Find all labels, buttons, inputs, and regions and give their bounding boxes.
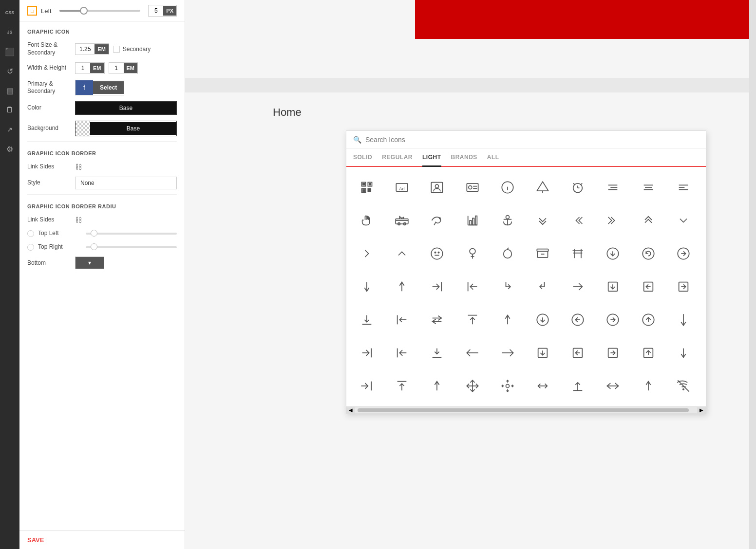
top-left-slider[interactable]	[86, 233, 177, 235]
icon-hand[interactable]	[350, 204, 383, 237]
tab-light[interactable]: LIGHT	[422, 149, 441, 167]
icon-arrows-alt-h[interactable]	[596, 369, 629, 403]
icon-alarm[interactable]	[561, 171, 594, 204]
icon-arrow-right-to-line[interactable]	[350, 336, 383, 369]
style-dropdown[interactable]: None	[75, 177, 177, 189]
icon-arrow-up-from-bracket[interactable]	[385, 369, 418, 403]
icon-arrow-right-from-bracket[interactable]	[420, 270, 454, 303]
select-button[interactable]: Select	[93, 81, 124, 94]
tab-solid[interactable]: SOLID	[353, 149, 372, 167]
icon-chevron-double-left[interactable]	[561, 204, 594, 237]
picker-horizontal-scrollbar[interactable]: ◀ ▶	[346, 406, 706, 413]
icon-archive[interactable]	[526, 237, 559, 270]
icon-arrow-up4[interactable]	[632, 369, 665, 403]
scroll-left-btn[interactable]: ◀	[346, 407, 355, 413]
icon-box-arrow-down[interactable]	[596, 270, 629, 303]
left-slider[interactable]	[59, 10, 141, 12]
icon-arrow-turn-left[interactable]	[526, 270, 559, 303]
icon-box-arrow-left[interactable]	[632, 270, 665, 303]
icon-arrow-down2[interactable]	[667, 336, 700, 369]
icon-square-down[interactable]	[526, 336, 559, 369]
icon-id-card[interactable]	[456, 171, 489, 204]
icon-torii[interactable]	[561, 237, 594, 270]
icon-box-arrow-right[interactable]	[667, 270, 700, 303]
icon-chevron-double-down[interactable]	[526, 204, 559, 237]
icon-arrow-up-from-line[interactable]	[456, 303, 489, 336]
sidebar-history[interactable]: ↺	[2, 63, 18, 79]
icon-circle-down-arrow[interactable]	[596, 237, 629, 270]
sidebar-rows[interactable]: ▤	[2, 83, 18, 98]
sidebar-external[interactable]: ↗	[2, 122, 18, 137]
icon-circle-right-arrow[interactable]	[667, 237, 700, 270]
scroll-right-btn[interactable]: ▶	[697, 407, 706, 413]
icon-arrow-left-from-line[interactable]	[385, 303, 418, 336]
tab-all[interactable]: ALL	[487, 149, 499, 167]
icon-chevron-down[interactable]	[667, 204, 700, 237]
icon-chevron-up[interactable]	[385, 237, 418, 270]
icon-arrow-up[interactable]	[385, 270, 418, 303]
icon-square-left[interactable]	[561, 336, 594, 369]
sidebar-css[interactable]: CSS	[2, 5, 18, 20]
bottom-value-btn[interactable]: ▾	[75, 256, 104, 269]
icon-arrow-up2[interactable]	[491, 303, 524, 336]
select-btn-group[interactable]: f Select	[75, 80, 124, 95]
icon-circle-left[interactable]	[561, 303, 594, 336]
icon-person[interactable]	[420, 171, 454, 204]
color-btn[interactable]: Base	[75, 101, 177, 115]
icon-circle-up[interactable]	[632, 303, 665, 336]
icon-chevron-right[interactable]	[350, 237, 383, 270]
icon-circle-down[interactable]	[526, 303, 559, 336]
icon-arrow-down[interactable]	[350, 270, 383, 303]
icon-wifi-off[interactable]	[667, 369, 700, 403]
icon-arrow-down-long[interactable]	[667, 303, 700, 336]
sidebar-js[interactable]: JS	[2, 24, 18, 40]
icon-arrow-right-left[interactable]	[420, 303, 454, 336]
icon-apple[interactable]	[491, 237, 524, 270]
icon-arrow-up3[interactable]	[420, 369, 454, 403]
icon-arrows-up-down-left-right[interactable]	[456, 369, 489, 403]
background-btn[interactable]: Base	[75, 121, 177, 136]
top-left-radio[interactable]	[27, 230, 34, 237]
top-right-slider[interactable]	[86, 246, 177, 248]
icon-arrows-left-right[interactable]	[526, 369, 559, 403]
icon-move[interactable]	[491, 369, 524, 403]
icon-arrow-left-long[interactable]	[456, 336, 489, 369]
save-button[interactable]: SAVE	[27, 536, 44, 544]
icon-chevron-double-up[interactable]	[632, 204, 665, 237]
sidebar-settings[interactable]: ⚙	[2, 141, 18, 157]
unlink-icon2[interactable]: ⛓	[75, 216, 82, 224]
secondary-checkbox-label[interactable]: Secondary	[113, 46, 151, 53]
tab-regular[interactable]: REGULAR	[382, 149, 413, 167]
icon-info[interactable]	[491, 171, 524, 204]
icon-ad[interactable]: Ad	[385, 171, 418, 204]
sidebar-pages[interactable]: 🗒	[2, 102, 18, 118]
icon-female[interactable]	[456, 237, 489, 270]
icon-qr[interactable]	[350, 171, 383, 204]
icon-arrow-turn-down[interactable]	[491, 270, 524, 303]
icon-anchor[interactable]	[491, 204, 524, 237]
icon-arrow-down-to-bracket[interactable]	[420, 336, 454, 369]
icon-arrow-up-from-ground[interactable]	[561, 369, 594, 403]
icon-arrow-right-long[interactable]	[491, 336, 524, 369]
icon-chevron-double-right[interactable]	[596, 204, 629, 237]
icon-face-meh[interactable]	[420, 237, 454, 270]
secondary-checkbox[interactable]	[113, 46, 120, 53]
icon-tree[interactable]	[526, 171, 559, 204]
icon-align-left[interactable]	[667, 171, 700, 204]
icon-arrow-left-to-line[interactable]	[385, 336, 418, 369]
icon-arrow-right2[interactable]	[561, 270, 594, 303]
search-input[interactable]	[365, 136, 699, 144]
top-right-radio[interactable]	[27, 244, 34, 251]
icon-circle-right[interactable]	[596, 303, 629, 336]
icon-arrow-right-to-line2[interactable]	[350, 369, 383, 403]
right-scrollbar[interactable]	[749, 0, 756, 549]
icon-refresh-ccw[interactable]	[632, 237, 665, 270]
icon-align-center[interactable]	[632, 171, 665, 204]
icon-arrow-left-to-bracket[interactable]	[456, 270, 489, 303]
icon-arrow-down-to-line[interactable]	[350, 303, 383, 336]
unlink-icon1[interactable]: ⛓	[75, 163, 82, 171]
icon-square-up[interactable]	[632, 336, 665, 369]
sidebar-layers[interactable]: ⬛	[2, 44, 18, 59]
icon-align-right[interactable]	[596, 171, 629, 204]
icon-ambulance[interactable]	[385, 204, 418, 237]
